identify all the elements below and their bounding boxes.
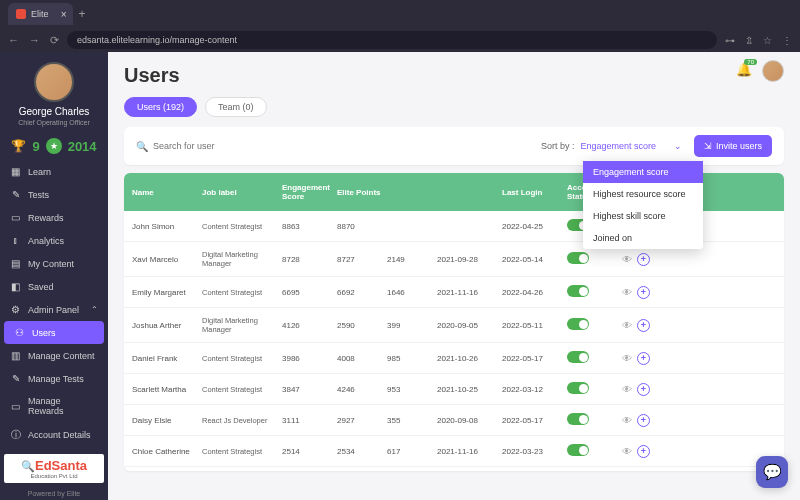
view-icon[interactable]: 👁 xyxy=(622,287,632,298)
url-field[interactable]: edsanta.elitelearning.io/manage-content xyxy=(67,31,717,49)
nav-icon: ▦ xyxy=(10,166,21,177)
sidebar-item-manage-tests[interactable]: ✎Manage Tests xyxy=(0,367,108,390)
table-row: Emily Margaret Content Strategist 6695 6… xyxy=(124,277,784,308)
add-icon[interactable]: + xyxy=(637,383,650,396)
browser-tab[interactable]: Elite × xyxy=(8,3,73,25)
top-avatar[interactable] xyxy=(762,60,784,82)
column-header[interactable]: Job label xyxy=(202,188,282,197)
tab-title: Elite xyxy=(31,9,49,19)
status-toggle[interactable] xyxy=(567,285,589,297)
nav-icon: ⚙ xyxy=(10,304,21,315)
view-icon[interactable]: 👁 xyxy=(622,446,632,457)
nav-icon: ✎ xyxy=(10,373,21,384)
share-icon[interactable]: ⇫ xyxy=(745,35,753,46)
nav-icon: ⓘ xyxy=(10,428,21,442)
user-name: George Charles xyxy=(0,106,108,117)
back-icon[interactable]: ← xyxy=(8,34,19,47)
sidebar-item-saved[interactable]: ◧Saved xyxy=(0,275,108,298)
view-icon[interactable]: 👁 xyxy=(622,320,632,331)
table-row: Daisy Elsie React Js Developer 3111 2927… xyxy=(124,405,784,436)
chevron-down-icon: ⌄ xyxy=(674,141,682,151)
add-icon[interactable]: + xyxy=(637,319,650,332)
view-icon[interactable]: 👁 xyxy=(622,415,632,426)
sort-label: Sort by : xyxy=(541,141,575,151)
add-icon[interactable]: + xyxy=(637,414,650,427)
sidebar-item-manage-rewards[interactable]: ▭Manage Rewards xyxy=(0,390,108,422)
column-header[interactable]: Engagement Score xyxy=(282,183,337,201)
table-row: Alexander Harry Business Development Man… xyxy=(124,467,784,471)
trophy-icon: 🏆 xyxy=(11,139,26,153)
key-icon[interactable]: ⊶ xyxy=(725,35,735,46)
status-toggle[interactable] xyxy=(567,382,589,394)
status-toggle[interactable] xyxy=(567,318,589,330)
url-text: edsanta.elitelearning.io/manage-content xyxy=(77,35,237,45)
chevron-up-icon: ⌃ xyxy=(91,305,98,314)
powered-by: Powered by Elite xyxy=(0,487,108,500)
nav-icon: ▭ xyxy=(10,212,21,223)
nav-icon: ⚇ xyxy=(14,327,25,338)
reload-icon[interactable]: ⟳ xyxy=(50,34,59,47)
bookmark-icon[interactable]: ☆ xyxy=(763,35,772,46)
sidebar-item-rewards[interactable]: ▭Rewards xyxy=(0,206,108,229)
forward-icon[interactable]: → xyxy=(29,34,40,47)
status-toggle[interactable] xyxy=(567,351,589,363)
sidebar-item-account-details[interactable]: ⓘAccount Details xyxy=(0,422,108,448)
table-row: Scarlett Martha Content Strategist 3847 … xyxy=(124,374,784,405)
view-icon[interactable]: 👁 xyxy=(622,254,632,265)
search-input[interactable] xyxy=(153,141,293,151)
invite-users-button[interactable]: ⇲ Invite users xyxy=(694,135,772,157)
add-icon[interactable]: + xyxy=(637,253,650,266)
sidebar-item-my-content[interactable]: ▤My Content xyxy=(0,252,108,275)
brand-logo: 🔍EdSanta Education Pvt Ltd xyxy=(4,454,104,483)
table-row: Daniel Frank Content Strategist 3986 400… xyxy=(124,343,784,374)
sort-option[interactable]: Highest resource score xyxy=(583,183,703,205)
sidebar-item-analytics[interactable]: ⫾Analytics xyxy=(0,229,108,252)
status-toggle[interactable] xyxy=(567,413,589,425)
add-icon[interactable]: + xyxy=(637,286,650,299)
user-role: Chief Operating Officer xyxy=(0,119,108,126)
nav-icon: ▤ xyxy=(10,258,21,269)
column-header[interactable]: Elite Points xyxy=(337,188,387,197)
sidebar-item-manage-content[interactable]: ▥Manage Content xyxy=(0,344,108,367)
add-icon[interactable]: + xyxy=(637,352,650,365)
view-icon[interactable]: 👁 xyxy=(622,384,632,395)
invite-icon: ⇲ xyxy=(704,141,712,151)
nav-icon: ◧ xyxy=(10,281,21,292)
menu-icon[interactable]: ⋮ xyxy=(782,35,792,46)
column-header[interactable]: Last Login xyxy=(502,188,567,197)
nav-icon: ▭ xyxy=(10,401,21,412)
sort-option[interactable]: Joined on xyxy=(583,227,703,249)
table-row: Joshua Arther Digital Marketing Manager … xyxy=(124,308,784,343)
sidebar-item-learn[interactable]: ▦Learn xyxy=(0,160,108,183)
tab-users[interactable]: Users (192) xyxy=(124,97,197,117)
status-toggle[interactable] xyxy=(567,252,589,264)
sort-option[interactable]: Engagement score xyxy=(583,161,703,183)
star-badge-icon: ★ xyxy=(46,138,62,154)
nav-icon: ✎ xyxy=(10,189,21,200)
column-header[interactable]: Name xyxy=(132,188,202,197)
status-toggle[interactable] xyxy=(567,444,589,456)
sidebar-item-tests[interactable]: ✎Tests xyxy=(0,183,108,206)
trophy-count: 9 xyxy=(32,139,39,154)
notification-bell-icon[interactable]: 🔔70 xyxy=(736,62,754,80)
view-icon[interactable]: 👁 xyxy=(622,353,632,364)
search-icon: 🔍 xyxy=(136,141,148,152)
user-avatar[interactable] xyxy=(34,62,74,102)
new-tab-button[interactable]: + xyxy=(79,7,86,21)
page-title: Users xyxy=(124,64,784,87)
nav-icon: ▥ xyxy=(10,350,21,361)
tab-favicon xyxy=(16,9,26,19)
table-row: Chloe Catherine Content Strategist 2514 … xyxy=(124,436,784,467)
add-icon[interactable]: + xyxy=(637,445,650,458)
sort-dropdown-menu: Engagement scoreHighest resource scoreHi… xyxy=(583,161,703,249)
chat-fab[interactable]: 💬 xyxy=(756,456,788,488)
year-badge: 2014 xyxy=(68,139,97,154)
tab-close-icon[interactable]: × xyxy=(61,9,67,20)
sidebar-item-admin-panel[interactable]: ⚙Admin Panel⌃ xyxy=(0,298,108,321)
sidebar-item-users[interactable]: ⚇Users xyxy=(4,321,104,344)
tab-team[interactable]: Team (0) xyxy=(205,97,267,117)
sidebar: George Charles Chief Operating Officer 🏆… xyxy=(0,52,108,500)
sort-dropdown[interactable]: Engagement score ⌄ xyxy=(580,141,682,151)
sort-option[interactable]: Highest skill score xyxy=(583,205,703,227)
nav-icon: ⫾ xyxy=(10,235,21,246)
